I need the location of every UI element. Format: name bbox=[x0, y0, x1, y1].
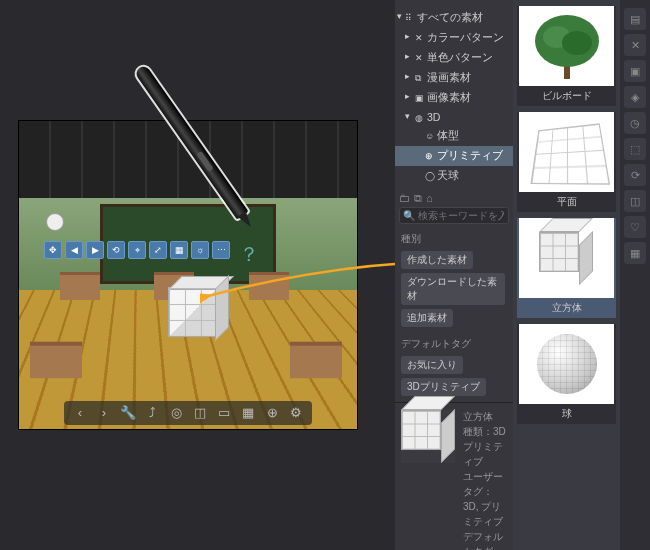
thumb-billboard[interactable]: ビルボード bbox=[517, 6, 616, 106]
detail-panel: 立方体 種類：3Dプリミティブ ユーザータグ：3D, プリミティブ デフォルトタ… bbox=[395, 402, 513, 550]
search-icon: 🔍 bbox=[403, 210, 415, 221]
more-icon[interactable]: ⋯ bbox=[212, 241, 230, 259]
right-icon-bar: ▤ ✕ ▣ ◈ ◷ ⬚ ⟳ ◫ ♡ ▦ bbox=[620, 0, 650, 550]
tag-icon[interactable]: ⌂ bbox=[426, 192, 433, 205]
label: 球 bbox=[517, 404, 616, 421]
label: ビルボード bbox=[517, 86, 616, 103]
label: すべての素材 bbox=[417, 11, 483, 23]
scale-icon[interactable]: ⤢ bbox=[149, 241, 167, 259]
thumbnail-column: ビルボード 平面 立方体 球 bbox=[513, 0, 620, 550]
move-tool-icon[interactable]: ✥ bbox=[44, 241, 62, 259]
thumb-plane[interactable]: 平面 bbox=[517, 112, 616, 212]
camera-reset-icon[interactable]: ⊕ bbox=[264, 405, 280, 421]
viewport-toolbar: ‹ › 🔧 ⤴ ◎ ◫ ▭ ▦ ⊕ ⚙ bbox=[64, 401, 312, 425]
tree-manga[interactable]: ▸⧉漫画素材 bbox=[395, 68, 513, 88]
cube-icon[interactable]: ◫ bbox=[192, 405, 208, 421]
grid-toggle-icon[interactable]: ▦ bbox=[240, 405, 256, 421]
camera-panel-icon[interactable]: ⬚ bbox=[624, 138, 646, 160]
thumb-sphere[interactable]: 球 bbox=[517, 324, 616, 424]
refresh-icon[interactable]: ⟳ bbox=[624, 164, 646, 186]
label: 単色パターン bbox=[427, 51, 493, 63]
wrench-icon[interactable]: 🔧 bbox=[120, 405, 136, 421]
tree-image[interactable]: ▸▣画像素材 bbox=[395, 88, 513, 108]
label: 天球 bbox=[437, 169, 459, 181]
close-panel-icon[interactable]: ✕ bbox=[624, 34, 646, 56]
scene-desk bbox=[249, 272, 289, 300]
nav-fwd-icon[interactable]: › bbox=[96, 405, 112, 421]
tree-color-pattern[interactable]: ▸✕カラーパターン bbox=[395, 28, 513, 48]
detail-text: 立方体 種類：3Dプリミティブ ユーザータグ：3D, プリミティブ デフォルトタ… bbox=[463, 409, 507, 550]
tree-body[interactable]: ☺体型 bbox=[395, 126, 513, 146]
material-tree-column: ▾⠿すべての素材 ▸✕カラーパターン ▸✕単色パターン ▸⧉漫画素材 ▸▣画像素… bbox=[395, 0, 513, 550]
tree-all-materials[interactable]: ▾⠿すべての素材 bbox=[395, 8, 513, 28]
label: 体型 bbox=[437, 129, 459, 141]
heart-icon[interactable]: ♡ bbox=[624, 216, 646, 238]
label: 3D bbox=[427, 111, 440, 123]
grid-icon[interactable]: ▦ bbox=[170, 241, 188, 259]
canvas-viewport[interactable]: ✥ ◀ ▶ ⟲ ⌖ ⤢ ▦ ☼ ⋯ ？ ‹ › 🔧 ⤴ ◎ ◫ ▭ ▦ ⊕ ⚙ bbox=[18, 120, 358, 430]
scene-desk bbox=[290, 341, 342, 377]
filter-tags: デフォルトタグ お気に入り 3Dプリミティブ bbox=[395, 333, 513, 402]
next-icon[interactable]: ▶ bbox=[86, 241, 104, 259]
thumb-cube[interactable]: 立方体 bbox=[517, 218, 616, 318]
help-icon[interactable]: ？ bbox=[239, 241, 259, 268]
detail-usertag-value: 3D, プリミティブ bbox=[463, 501, 503, 527]
detail-thumbnail bbox=[401, 409, 455, 463]
upload-icon[interactable]: ⤴ bbox=[144, 405, 160, 421]
search-area: 🗀⧉⌂ 🔍 bbox=[395, 186, 513, 228]
cube-panel-icon[interactable]: ◫ bbox=[624, 190, 646, 212]
label: 平面 bbox=[517, 192, 616, 209]
detail-deftag-label: デフォルトタグ： bbox=[463, 531, 503, 550]
tree-primitive[interactable]: ⊕プリミティブ bbox=[395, 146, 513, 166]
tag-downloaded[interactable]: ダウンロードした素材 bbox=[401, 273, 505, 305]
placed-cube-primitive[interactable] bbox=[168, 287, 218, 337]
camera-icon[interactable]: ⌖ bbox=[128, 241, 146, 259]
settings-icon[interactable]: ⚙ bbox=[288, 405, 304, 421]
label: プリミティブ bbox=[437, 149, 503, 161]
folder-icon[interactable]: 🗀 bbox=[399, 192, 410, 205]
detail-name: 立方体 bbox=[463, 409, 507, 424]
classroom-scene bbox=[19, 121, 357, 429]
detail-usertag-label: ユーザータグ： bbox=[463, 471, 503, 497]
palette-icon[interactable]: ▤ bbox=[624, 8, 646, 30]
tree-3d[interactable]: ▾◍3D bbox=[395, 108, 513, 126]
tag-added[interactable]: 追加素材 bbox=[401, 309, 453, 327]
tag-favorite[interactable]: お気に入り bbox=[401, 356, 463, 374]
scene-ceiling bbox=[19, 121, 357, 198]
label: 漫画素材 bbox=[427, 71, 471, 83]
tag-created[interactable]: 作成した素材 bbox=[401, 251, 473, 269]
link-icon[interactable]: ⧉ bbox=[414, 192, 422, 205]
scene-desk bbox=[60, 272, 100, 300]
tree-mono-pattern[interactable]: ▸✕単色パターン bbox=[395, 48, 513, 68]
filter-kind-header: 種別 bbox=[401, 232, 507, 246]
label: カラーパターン bbox=[427, 31, 504, 43]
filter-tag-header: デフォルトタグ bbox=[401, 337, 507, 351]
rotate-icon[interactable]: ⟲ bbox=[107, 241, 125, 259]
tree-sky[interactable]: ◯天球 bbox=[395, 166, 513, 186]
material-panel: ▾⠿すべての素材 ▸✕カラーパターン ▸✕単色パターン ▸⧉漫画素材 ▸▣画像素… bbox=[395, 0, 620, 550]
nav-back-icon[interactable]: ‹ bbox=[72, 405, 88, 421]
color-icon[interactable]: ◈ bbox=[624, 86, 646, 108]
light-icon[interactable]: ☼ bbox=[191, 241, 209, 259]
tag-3d-primitive[interactable]: 3Dプリミティブ bbox=[401, 378, 486, 396]
scene-clock bbox=[46, 213, 64, 231]
grid-panel-icon[interactable]: ▦ bbox=[624, 242, 646, 264]
label: 立方体 bbox=[517, 298, 616, 315]
layers-icon[interactable]: ▣ bbox=[624, 60, 646, 82]
label: 画像素材 bbox=[427, 91, 471, 103]
filter-kind: 種別 作成した素材 ダウンロードした素材 追加素材 bbox=[395, 228, 513, 333]
scene-desk bbox=[30, 341, 82, 377]
target-icon[interactable]: ◎ bbox=[168, 405, 184, 421]
detail-kind-label: 種類： bbox=[463, 426, 493, 437]
history-icon[interactable]: ◷ bbox=[624, 112, 646, 134]
search-input[interactable] bbox=[399, 207, 509, 224]
prev-icon[interactable]: ◀ bbox=[65, 241, 83, 259]
svg-point-3 bbox=[562, 31, 592, 55]
object-toolbar: ✥ ◀ ▶ ⟲ ⌖ ⤢ ▦ ☼ ⋯ ？ bbox=[44, 241, 259, 268]
view-icon[interactable]: ▭ bbox=[216, 405, 232, 421]
